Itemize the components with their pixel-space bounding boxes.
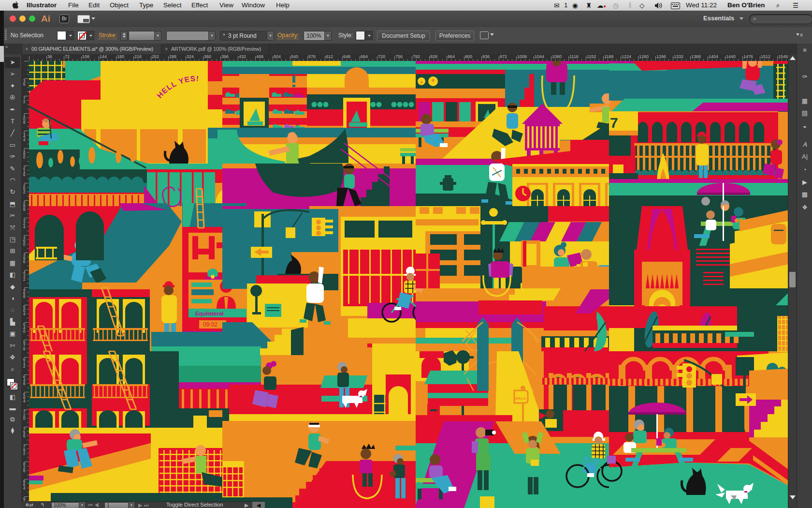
svg-text:WALK: WALK — [515, 396, 526, 401]
svg-text:7: 7 — [610, 115, 618, 131]
svg-text:Equilateral: Equilateral — [195, 311, 224, 316]
svg-text:09:02: 09:02 — [203, 321, 218, 328]
